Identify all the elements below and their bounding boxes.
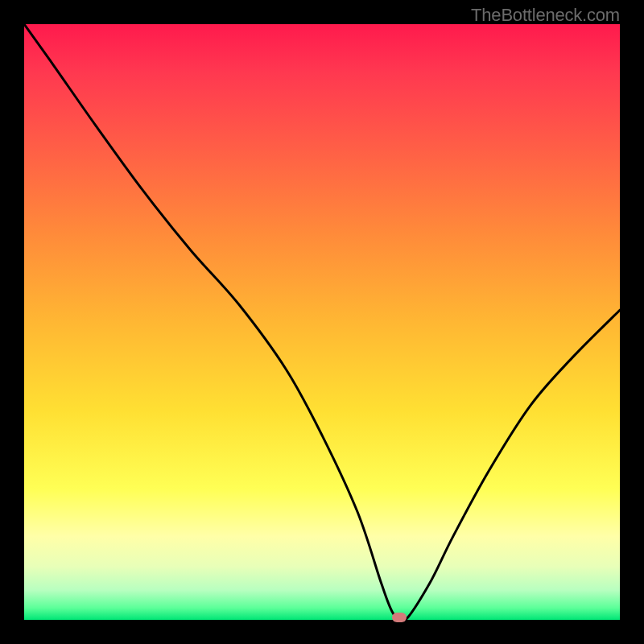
curve-svg bbox=[24, 24, 620, 620]
watermark-text: TheBottleneck.com bbox=[471, 5, 620, 26]
bottleneck-curve bbox=[24, 24, 620, 620]
optimal-marker bbox=[392, 613, 407, 622]
chart-container: TheBottleneck.com bbox=[0, 0, 644, 644]
plot-area bbox=[24, 24, 620, 620]
